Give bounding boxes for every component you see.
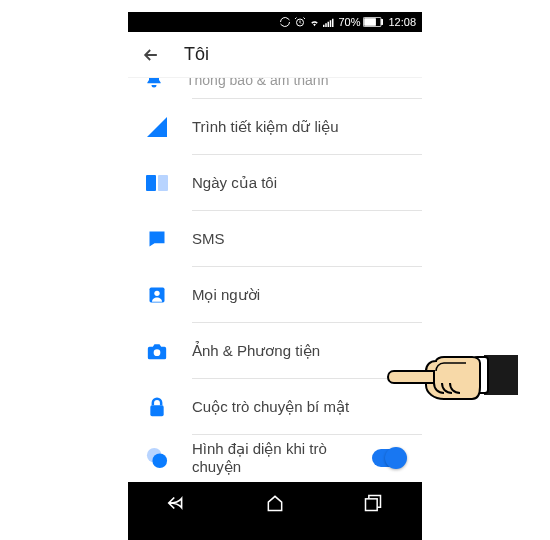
list-item-label: Ảnh & Phương tiện (192, 342, 406, 360)
back-button[interactable] (140, 44, 162, 66)
nav-back-button[interactable] (165, 491, 189, 515)
settings-list: Thông báo & âm thanh Trình tiết kiệm dữ … (128, 78, 422, 480)
list-item-label: SMS (192, 230, 406, 247)
svg-rect-17 (366, 499, 378, 511)
phone-screen: 70% 12:08 Tôi Thông báo & âm thanh Trình… (128, 12, 422, 524)
rotate-icon (279, 16, 291, 28)
bubble-icon (144, 445, 170, 471)
list-item[interactable]: Thông báo & âm thanh (128, 78, 422, 98)
camera-icon (144, 338, 170, 364)
list-item-label: Cuộc trò chuyện bí mật (192, 398, 406, 416)
toggle-switch[interactable] (372, 449, 406, 467)
svg-rect-4 (330, 20, 332, 27)
list-item[interactable]: Ngày của tôi (128, 155, 422, 210)
svg-rect-18 (484, 355, 518, 395)
list-item[interactable]: Trình tiết kiệm dữ liệu (128, 99, 422, 154)
data-saver-icon (144, 114, 170, 140)
pointer-hand-icon (386, 343, 518, 405)
sms-icon (144, 226, 170, 252)
list-item[interactable]: Hình đại diện khi trò chuyện (128, 435, 422, 480)
bottom-black-strip (128, 524, 422, 540)
list-item-label: Mọi người (192, 286, 406, 304)
list-item-label: Ngày của tôi (192, 174, 406, 192)
list-item-label: Trình tiết kiệm dữ liệu (192, 118, 406, 136)
navigation-bar (128, 482, 422, 524)
lock-icon (144, 394, 170, 420)
svg-rect-9 (146, 175, 156, 191)
nav-home-button[interactable] (263, 491, 287, 515)
status-bar: 70% 12:08 (128, 12, 422, 32)
svg-rect-10 (158, 175, 168, 191)
nav-recent-button[interactable] (361, 491, 385, 515)
list-item-label: Thông báo & âm thanh (186, 78, 328, 88)
battery-icon (363, 17, 383, 27)
app-header: Tôi (128, 32, 422, 78)
signal-icon (323, 17, 335, 28)
page-title: Tôi (184, 44, 209, 65)
alarm-icon (294, 16, 306, 28)
svg-rect-7 (382, 20, 384, 25)
myday-icon (144, 170, 170, 196)
battery-percent: 70% (338, 16, 360, 28)
people-icon (144, 282, 170, 308)
svg-rect-14 (150, 405, 163, 416)
list-item[interactable]: Cuộc trò chuyện bí mật (128, 379, 422, 434)
svg-rect-2 (326, 23, 328, 27)
svg-rect-3 (328, 21, 330, 26)
list-item[interactable]: SMS (128, 211, 422, 266)
svg-point-12 (154, 290, 159, 295)
list-item-label: Hình đại diện khi trò chuyện (192, 440, 372, 476)
wifi-icon (309, 17, 320, 28)
svg-point-13 (154, 349, 161, 356)
bell-icon (144, 78, 164, 94)
list-item[interactable]: Mọi người (128, 267, 422, 322)
list-item[interactable]: Ảnh & Phương tiện (128, 323, 422, 378)
svg-rect-8 (365, 19, 376, 26)
svg-rect-1 (323, 24, 325, 26)
svg-rect-5 (332, 18, 334, 26)
clock-text: 12:08 (388, 16, 416, 28)
svg-point-16 (152, 453, 167, 468)
